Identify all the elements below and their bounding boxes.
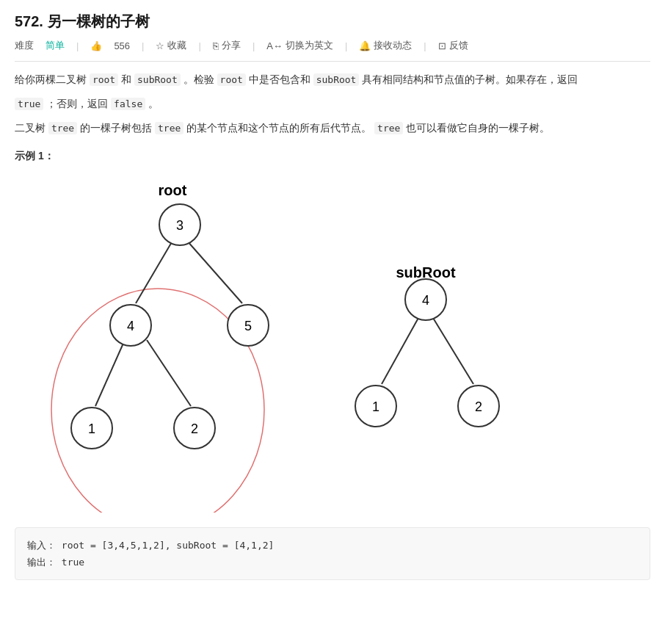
subroot-code: subRoot	[134, 73, 181, 86]
translate-icon: A↔	[266, 40, 283, 51]
feedback-icon: ⊡	[438, 40, 446, 51]
example-1-title: 示例 1：	[15, 150, 650, 163]
desc-text-10: 的某个节点和这个节点的所有后代节点。	[183, 122, 374, 134]
tree-code-2: tree	[155, 122, 183, 134]
subscribe-button[interactable]: 🔔 接收动态	[359, 39, 412, 52]
svg-text:1: 1	[88, 422, 95, 436]
svg-line-1	[136, 241, 172, 303]
problem-description: 给你两棵二叉树 root 和 subRoot 。检验 root 中是否包含和 s…	[15, 70, 650, 138]
desc-line2: 二叉树 tree 的一棵子树包括 tree 的某个节点和这个节点的所有后代节点。…	[15, 119, 650, 137]
meta-bar: 难度 简单 | 👍 556 | ☆ 收藏 | ⎘ 分享 | A↔ 切换为英文 |…	[15, 39, 650, 62]
share-icon: ⎘	[213, 40, 219, 51]
output-value: true	[62, 557, 84, 568]
desc-text-3: 。检验	[181, 73, 217, 85]
separator-6: |	[424, 40, 426, 51]
root-label: root	[159, 182, 187, 198]
subroot-label: subRoot	[396, 264, 455, 281]
desc-text-1: 给你两棵二叉树	[15, 73, 90, 85]
svg-text:4: 4	[422, 293, 429, 308]
desc-text-9: 的一棵子树包括	[77, 122, 155, 134]
subroot-tree-diagram: subRoot 4 1 2	[338, 175, 514, 513]
output-label: 输出：	[27, 557, 56, 568]
difficulty-value: 简单	[46, 39, 65, 52]
desc-text-8: 二叉树	[15, 122, 48, 134]
desc-line1: 给你两棵二叉树 root 和 subRoot 。检验 root 中是否包含和 s…	[15, 70, 650, 89]
root-tree-diagram: root 3 4 5 1	[44, 175, 294, 513]
root-code-2: root	[217, 73, 246, 86]
diagram-container: root 3 4 5 1	[15, 175, 650, 513]
likes-icon: 👍	[90, 40, 102, 51]
collect-button[interactable]: ☆ 收藏	[156, 39, 186, 52]
io-box: 输入： root = [3,4,5,1,2], subRoot = [4,1,2…	[15, 527, 650, 581]
desc-text-7: 。	[145, 98, 159, 109]
separator-3: |	[198, 40, 200, 51]
svg-text:3: 3	[176, 218, 183, 233]
desc-line1-cont: true ；否则，返回 false 。	[15, 95, 650, 113]
true-code: true	[15, 98, 43, 110]
false-code: false	[111, 98, 145, 110]
desc-text-5: 具有相同结构和节点值的子树。如果存在，返回	[359, 73, 578, 85]
output-line: 输出： true	[27, 554, 638, 571]
switch-lang-label: 切换为英文	[286, 39, 333, 52]
svg-text:1: 1	[372, 399, 379, 414]
tree-code-1: tree	[48, 122, 77, 134]
svg-line-4	[147, 340, 191, 406]
feedback-label: 反馈	[449, 39, 468, 52]
star-icon: ☆	[156, 40, 164, 51]
desc-text-4: 中是否包含和	[246, 73, 313, 85]
likes-count: 556	[114, 40, 130, 51]
svg-line-2	[187, 241, 242, 303]
subroot-code-2: subRoot	[313, 73, 360, 86]
desc-text-11: 也可以看做它自身的一棵子树。	[403, 122, 550, 134]
problem-title: 572. 另一棵树的子树	[15, 12, 650, 32]
svg-line-15	[382, 318, 418, 384]
subscribe-label: 接收动态	[374, 39, 412, 52]
bell-icon: 🔔	[359, 40, 371, 51]
svg-text:2: 2	[475, 399, 482, 414]
svg-line-16	[433, 318, 473, 384]
tree-code-3: tree	[374, 122, 403, 134]
svg-text:2: 2	[191, 422, 198, 436]
root-code: root	[90, 73, 118, 86]
input-label: 输入：	[27, 540, 56, 551]
separator-2: |	[142, 40, 144, 51]
separator-1: |	[76, 40, 79, 51]
svg-text:5: 5	[244, 319, 252, 333]
input-line: 输入： root = [3,4,5,1,2], subRoot = [4,1,2…	[27, 537, 638, 554]
feedback-button[interactable]: ⊡ 反馈	[438, 39, 468, 52]
share-label: 分享	[222, 39, 241, 52]
collect-label: 收藏	[167, 39, 186, 52]
input-value: root = [3,4,5,1,2], subRoot = [4,1,2]	[62, 540, 275, 551]
share-button[interactable]: ⎘ 分享	[213, 39, 241, 52]
page: 572. 另一棵树的子树 难度 简单 | 👍 556 | ☆ 收藏 | ⎘ 分享…	[0, 0, 665, 592]
svg-text:4: 4	[127, 319, 134, 333]
separator-5: |	[345, 40, 347, 51]
desc-text-6: ；否则，返回	[43, 98, 111, 109]
switch-lang-button[interactable]: A↔ 切换为英文	[266, 39, 333, 52]
svg-line-3	[95, 340, 125, 406]
difficulty-label: 难度	[15, 39, 34, 52]
desc-text-2: 和	[118, 73, 134, 85]
separator-4: |	[252, 40, 255, 51]
